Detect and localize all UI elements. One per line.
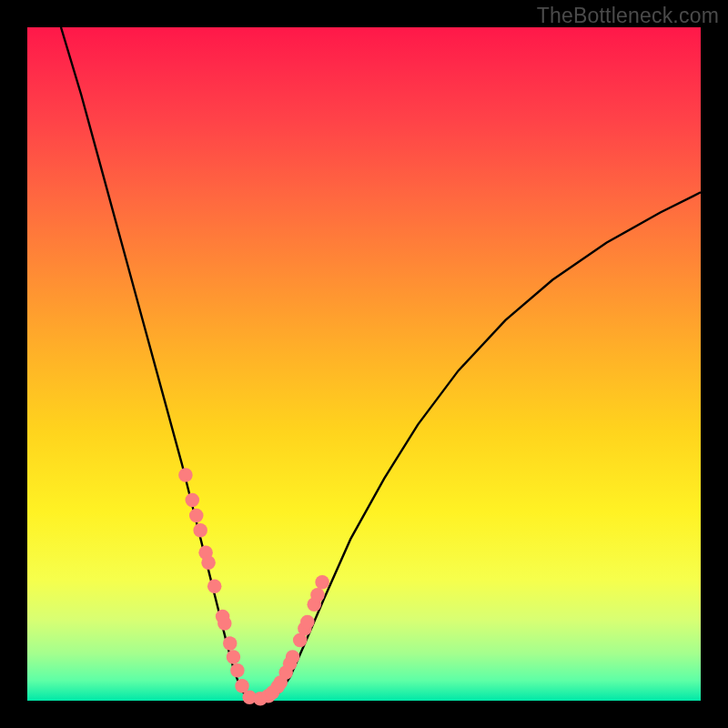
dot-highlight-dots xyxy=(201,556,216,571)
dot-highlight-dots xyxy=(300,615,315,630)
chart-svg xyxy=(27,27,701,701)
dot-highlight-dots xyxy=(286,650,300,664)
chart-frame: TheBottleneck.com xyxy=(0,0,728,728)
dot-highlight-dots xyxy=(227,650,241,664)
dot-highlight-dots xyxy=(315,575,329,590)
dot-highlight-dots xyxy=(189,509,204,523)
series-right-curve xyxy=(280,192,702,692)
dot-highlight-dots xyxy=(207,579,222,593)
dot-highlight-dots xyxy=(186,493,200,508)
dot-highlight-dots xyxy=(178,468,193,482)
dot-highlight-dots xyxy=(310,588,325,602)
dot-highlight-dots xyxy=(223,636,238,651)
dot-highlight-dots xyxy=(230,663,245,678)
watermark-text: TheBottleneck.com xyxy=(537,4,719,28)
dot-highlight-dots xyxy=(217,616,232,631)
dot-highlight-dots xyxy=(193,523,207,538)
plot-area xyxy=(27,27,701,701)
